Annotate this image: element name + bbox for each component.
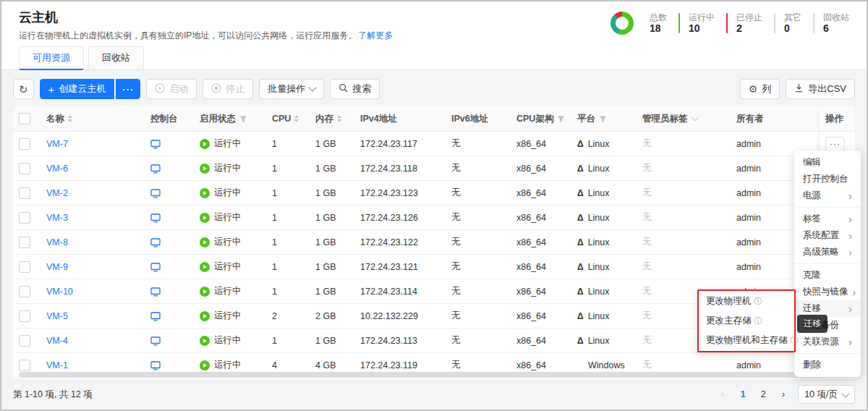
row-checkbox[interactable] [19, 212, 30, 224]
create-instance-button[interactable]: + 创建云主机 [40, 79, 115, 99]
menu-item-delete[interactable]: 删除 [794, 357, 861, 373]
cell-arch: x86_64 [511, 213, 571, 223]
console-icon[interactable] [150, 213, 161, 223]
menu-item-tags[interactable]: 标签› [794, 211, 861, 227]
menu-item-system-config[interactable]: 系统配置› [794, 227, 861, 244]
row-checkbox[interactable] [19, 261, 30, 273]
submenu-item-change-host[interactable]: 更改物理机ⓘ [699, 292, 794, 311]
cell-mem: 4 GB [310, 360, 354, 370]
cell-cpu: 1 [266, 262, 310, 272]
row-checkbox[interactable] [19, 237, 30, 248]
column-header-cpu[interactable]: CPU [266, 114, 310, 124]
download-icon [794, 83, 804, 95]
filter-icon[interactable] [599, 115, 607, 123]
next-page-button[interactable]: › [776, 386, 791, 402]
row-checkbox[interactable] [19, 360, 30, 371]
stat-value: 0 [784, 22, 801, 35]
scrollbar-thumb[interactable] [19, 372, 825, 378]
stat-item-stopped: 已停止2 [726, 12, 762, 35]
submenu-item-change-host-and-storage[interactable]: 更改物理机和主存储ⓘ [699, 331, 794, 350]
menu-item-edit[interactable]: 编辑 [794, 154, 861, 171]
console-icon[interactable] [150, 287, 161, 297]
instance-name-link[interactable]: VM-6 [46, 164, 68, 174]
pagination: ‹ 1 2 › 10 项/页 [710, 385, 855, 404]
chevron-right-icon: › [848, 247, 852, 258]
start-button[interactable]: 启动 [146, 79, 197, 99]
menu-item-related-resources[interactable]: 关联资源› [794, 334, 861, 350]
cell-ipv4: 172.24.23.114 [354, 287, 446, 297]
page-number-1[interactable]: 1 [736, 386, 750, 402]
row-checkbox[interactable] [19, 163, 30, 174]
row-checkbox[interactable] [19, 138, 30, 150]
refresh-button[interactable]: ↻ [13, 79, 34, 99]
platform-text: Windows [588, 360, 625, 370]
export-csv-button[interactable]: 导出CSV [786, 79, 855, 99]
column-header-mem[interactable]: 内存 [310, 113, 354, 125]
columns-settings-button[interactable]: ⚙ 列 [740, 79, 780, 99]
row-checkbox[interactable] [19, 335, 30, 347]
submenu-item-change-storage[interactable]: 更改主存储ⓘ [699, 311, 794, 331]
pagination-summary: 第 1-10 项, 共 12 项 [13, 389, 93, 401]
row-more-actions-button[interactable]: ··· [825, 137, 845, 151]
tab-available[interactable]: 可用资源 [19, 46, 84, 69]
instance-name-link[interactable]: VM-10 [46, 287, 73, 297]
search-button[interactable]: 搜索 [330, 79, 380, 99]
menu-item-open-console[interactable]: 打开控制台 [794, 171, 861, 187]
platform-text: Linux [588, 213, 610, 223]
filter-icon[interactable] [557, 115, 565, 123]
platform-text: Linux [588, 336, 610, 346]
stat-value: 6 [823, 22, 849, 35]
column-header-ipv4: IPv4地址 [354, 113, 446, 125]
menu-item-snapshot-image[interactable]: 快照与镜像› [794, 284, 861, 300]
instance-name-link[interactable]: VM-5 [46, 311, 68, 321]
console-icon[interactable] [150, 188, 161, 198]
sort-icon[interactable] [68, 115, 72, 122]
linux-icon: Δ [577, 262, 584, 272]
instance-name-link[interactable]: VM-3 [46, 213, 68, 223]
column-header-status[interactable]: 启用状态 [194, 113, 266, 125]
console-icon[interactable] [150, 336, 161, 346]
learn-more-link[interactable]: 了解更多 [358, 30, 393, 41]
instance-name-link[interactable]: VM-4 [46, 336, 68, 346]
console-icon[interactable] [150, 262, 161, 272]
console-icon[interactable] [150, 237, 161, 247]
console-icon[interactable] [150, 311, 161, 321]
row-checkbox[interactable] [19, 310, 30, 322]
row-checkbox[interactable] [19, 286, 30, 297]
create-more-actions-button[interactable]: ··· [116, 79, 140, 99]
stop-button[interactable]: 停止 [203, 79, 253, 99]
table-footer: 第 1-10 项, 共 12 项 ‹ 1 2 › 10 项/页 [13, 379, 855, 410]
menu-item-power[interactable]: 电源› [794, 187, 861, 204]
cell-mem: 1 GB [310, 164, 354, 174]
prev-page-button[interactable]: ‹ [715, 386, 730, 402]
select-all-checkbox[interactable] [19, 113, 30, 124]
instance-name-link[interactable]: VM-2 [46, 188, 68, 198]
column-header-platform[interactable]: 平台 [571, 113, 637, 125]
console-icon[interactable] [150, 360, 161, 370]
console-icon[interactable] [150, 164, 161, 174]
console-icon[interactable] [150, 139, 161, 149]
menu-item-advanced-policy[interactable]: 高级策略› [794, 244, 861, 260]
create-button-group: + 创建云主机 ··· [40, 79, 141, 99]
linux-icon: Δ [577, 139, 584, 149]
column-header-arch[interactable]: CPU架构 [511, 113, 571, 125]
filter-icon[interactable] [239, 115, 247, 123]
column-header-tag[interactable]: 管理员标签 [637, 113, 731, 125]
instance-name-link[interactable]: VM-1 [46, 360, 68, 370]
sort-icon[interactable] [337, 115, 341, 122]
batch-actions-button[interactable]: 批量操作 [259, 79, 324, 99]
migrate-tooltip: 迁移 [797, 315, 827, 333]
menu-item-clone[interactable]: 克隆 [794, 267, 861, 284]
platform-text: Linux [588, 237, 610, 247]
column-header-name[interactable]: 名称 [41, 113, 145, 125]
tab-recycle-bin[interactable]: 回收站 [88, 46, 144, 69]
row-checkbox[interactable] [19, 187, 30, 199]
instance-name-link[interactable]: VM-8 [46, 237, 68, 247]
horizontal-scrollbar[interactable] [19, 372, 849, 378]
instance-name-link[interactable]: VM-9 [46, 262, 68, 272]
page-size-select[interactable]: 10 项/页 [798, 385, 855, 404]
instance-name-link[interactable]: VM-7 [46, 139, 68, 149]
sort-icon[interactable] [294, 115, 299, 122]
cell-ipv6: 无 [446, 310, 511, 322]
page-number-2[interactable]: 2 [756, 386, 770, 402]
